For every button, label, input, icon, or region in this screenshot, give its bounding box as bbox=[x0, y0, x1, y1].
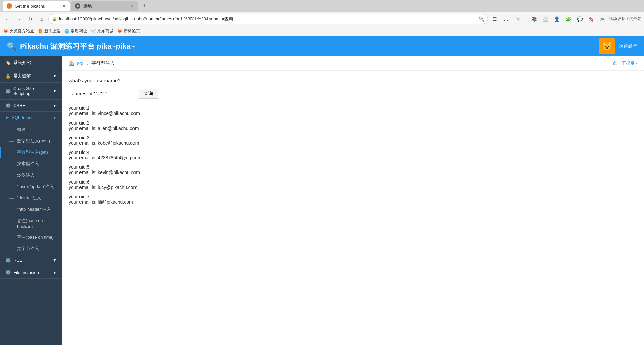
sidebar-subitem-delete[interactable]: — "delete"注入 bbox=[0, 192, 62, 204]
result-entry-5: your uid:5 your email is: kevin@pikachu.… bbox=[69, 164, 637, 175]
result-entry-7: your uid:7 your email is: lili@pikachu.c… bbox=[69, 194, 637, 205]
lock-icon: 🔒 bbox=[5, 73, 11, 79]
bookmark-label-2: 新手上路 bbox=[44, 28, 60, 34]
gear-icon-rce: ⚙️ bbox=[5, 258, 11, 263]
results-container: your uid:1 your email is: vince@pikachu.… bbox=[69, 105, 637, 205]
address-bar[interactable]: 🔒 localhost:10000/pikachu/vul/sqli/sqli_… bbox=[48, 14, 488, 24]
content-body: what's your username? 查询 your uid:1 your… bbox=[62, 71, 644, 215]
question-text: what's your username? bbox=[69, 78, 637, 83]
reload-button[interactable]: ↻ bbox=[25, 14, 35, 24]
bookmark-label-4: 京东商城 bbox=[97, 28, 113, 34]
dash-icon-search: — bbox=[9, 161, 14, 166]
forward-button[interactable]: → bbox=[14, 14, 23, 24]
result-email-1: your email is: vince@pikachu.com bbox=[69, 111, 637, 116]
chat-icon[interactable]: 💬 bbox=[575, 14, 584, 24]
sidebar-subitem-overview[interactable]: — 概述 bbox=[0, 124, 62, 135]
search-input[interactable] bbox=[69, 89, 136, 98]
browser-toolbar: ← → ↻ ⌂ 🔒 localhost:10000/pikachu/vul/sq… bbox=[0, 12, 644, 26]
result-uid-5: your uid:5 bbox=[69, 164, 637, 170]
bookmark-favicon-5: 🦊 bbox=[117, 29, 122, 34]
subitem-label-search: 搜索型注入 bbox=[17, 161, 39, 167]
bookmark-label-1: 火狐官方站点 bbox=[10, 28, 34, 34]
active-indicator bbox=[0, 147, 1, 158]
sync-icon[interactable]: ⬜ bbox=[541, 14, 550, 24]
sidebar-item-intro[interactable]: 🏷️ 系统介绍 bbox=[0, 56, 62, 69]
bookmark-label-3: 常用网址 bbox=[71, 28, 87, 34]
sidebar-item-sqli[interactable]: ➤ SQL-Inject ▼ bbox=[0, 112, 62, 124]
sidebar-subitem-insert[interactable]: — "insert/update"注入 bbox=[0, 181, 62, 192]
bookmark-newtab[interactable]: 🦊 新标签页 bbox=[117, 28, 140, 34]
breadcrumb-current: 字符型注入 bbox=[91, 60, 115, 66]
addons-icon[interactable]: 🧩 bbox=[564, 14, 573, 24]
sidebar-item-xss[interactable]: ⚙️ Cross-Site Scripting ▼ bbox=[0, 83, 62, 100]
app-header-left: 🔍 Pikachu 漏洞练习平台 pika~pika~ bbox=[7, 41, 135, 51]
subitem-label-xx: xx型注入 bbox=[17, 172, 35, 178]
sidebar-label-rce: RCE bbox=[13, 258, 22, 263]
bookmark-newuser[interactable]: 📙 新手上路 bbox=[38, 28, 60, 34]
gear-icon-file: ⚙️ bbox=[5, 270, 11, 275]
library-icon[interactable]: 📚 bbox=[529, 14, 539, 24]
extensions-icon[interactable]: ☰ bbox=[490, 14, 499, 24]
sidebar-item-rce[interactable]: ⚙️ RCE ▼ bbox=[0, 254, 62, 266]
new-tab-button[interactable]: + bbox=[140, 1, 149, 11]
breadcrumb-left: 🏠 sqli › 字符型注入 bbox=[69, 60, 115, 66]
tab-close-1[interactable]: ✕ bbox=[62, 4, 66, 8]
sidebar-subitem-http-header[interactable]: — "http header"注入 bbox=[0, 204, 62, 215]
sidebar-subitem-blind-boolean[interactable]: — 盲注(base on boolian) bbox=[0, 215, 62, 232]
dash-icon-xx: — bbox=[9, 173, 14, 178]
sidebar-subitem-xx[interactable]: — xx型注入 bbox=[0, 169, 62, 181]
sidebar-item-csrf[interactable]: ⚙️ CSRF ▼ bbox=[0, 100, 62, 112]
breadcrumb-home[interactable]: sqli bbox=[77, 61, 84, 66]
sidebar-subitem-numeric-post[interactable]: — 数字型注入(post) bbox=[0, 135, 62, 147]
result-entry-4: your uid:4 your email is: 423878564@qq.c… bbox=[69, 150, 637, 160]
sidebar-subitem-search[interactable]: — 搜索型注入 bbox=[0, 158, 62, 169]
sidebar-subitem-string-get[interactable]: — 字符型注入(get) bbox=[0, 147, 62, 158]
home-button[interactable]: ⌂ bbox=[37, 14, 46, 24]
avatar: 🐱 bbox=[599, 38, 615, 54]
sidebar-label-xss: Cross-Site Scripting bbox=[13, 86, 50, 96]
search-button[interactable]: 查询 bbox=[139, 89, 158, 99]
sidebar-item-brute[interactable]: 🔒 暴力破解 ▼ bbox=[0, 69, 62, 83]
app-header: 🔍 Pikachu 漏洞练习平台 pika~pika~ 🐱 欢迎蝶年 bbox=[0, 36, 644, 56]
chevron-down-icon-brute: ▼ bbox=[53, 73, 57, 78]
result-email-2: your email is: allen@pikachu.com bbox=[69, 126, 637, 131]
bookmark-list-icon[interactable]: 🔖 bbox=[586, 14, 596, 24]
bookmark-jd[interactable]: 🛒 京东商城 bbox=[91, 28, 113, 34]
sidebar-subitem-wide-byte[interactable]: — 宽字节注入 bbox=[0, 243, 62, 254]
sidebar-subitem-blind-time[interactable]: — 盲注(base on time) bbox=[0, 232, 62, 243]
hint-link[interactable]: 点一下提示~ bbox=[613, 60, 637, 66]
back-button[interactable]: ← bbox=[3, 14, 12, 24]
overflow-icon[interactable]: ≫ bbox=[598, 14, 607, 24]
breadcrumb: 🏠 sqli › 字符型注入 点一下提示~ bbox=[62, 56, 644, 71]
dash-icon-blind-time: — bbox=[9, 235, 14, 240]
bookmark-common[interactable]: 🌐 常用网址 bbox=[64, 28, 87, 34]
browser-chrome: 🦊 Get the pikachu ✕ ⚙ 选项 ✕ + ← → ↻ ⌂ 🔒 l… bbox=[0, 0, 644, 36]
page-wrapper: 🔍 Pikachu 漏洞练习平台 pika~pika~ 🐱 欢迎蝶年 🏷️ 系统… bbox=[0, 36, 644, 345]
more-options-icon[interactable]: … bbox=[501, 14, 511, 24]
tab-2[interactable]: ⚙ 选项 ✕ bbox=[71, 1, 138, 11]
dash-icon-numeric: — bbox=[9, 139, 14, 144]
subitem-label-blind-bool: 盲注(base on boolian) bbox=[17, 218, 57, 229]
result-entry-6: your uid:6 your email is: lucy@pikachu.c… bbox=[69, 179, 637, 190]
sidebar: 🏷️ 系统介绍 🔒 暴力破解 ▼ ⚙️ Cross-Site Scripting… bbox=[0, 56, 62, 345]
account-icon[interactable]: 👤 bbox=[552, 14, 561, 24]
subitem-label-numeric: 数字型注入(post) bbox=[17, 138, 50, 144]
bookmark-favicon-1: 🦊 bbox=[3, 29, 8, 34]
result-uid-1: your uid:1 bbox=[69, 105, 637, 111]
bookmark-firefox[interactable]: 🦊 火狐官方站点 bbox=[3, 28, 34, 34]
subitem-label-blind-time: 盲注(base on time) bbox=[17, 234, 54, 240]
dash-icon-wide: — bbox=[9, 246, 14, 251]
security-icon: 🔒 bbox=[52, 17, 57, 21]
bookmark-star-icon[interactable]: ☆ bbox=[513, 14, 522, 24]
dash-icon-delete: — bbox=[9, 196, 14, 201]
result-entry-2: your uid:2 your email is: allen@pikachu.… bbox=[69, 120, 637, 131]
dash-icon-http: — bbox=[9, 207, 14, 212]
tab-1[interactable]: 🦊 Get the pikachu ✕ bbox=[3, 1, 70, 11]
tab-bar: 🦊 Get the pikachu ✕ ⚙ 选项 ✕ + bbox=[0, 0, 644, 12]
tab-close-2[interactable]: ✕ bbox=[131, 4, 134, 8]
dash-icon-string: — bbox=[9, 150, 14, 155]
sidebar-item-file-inclusion[interactable]: ⚙️ File Inclusion ▼ bbox=[0, 266, 62, 279]
result-uid-3: your uid:3 bbox=[69, 135, 637, 140]
result-email-4: your email is: 423878564@qq.com bbox=[69, 155, 637, 160]
search-glass-icon: 🔍 bbox=[479, 16, 484, 22]
